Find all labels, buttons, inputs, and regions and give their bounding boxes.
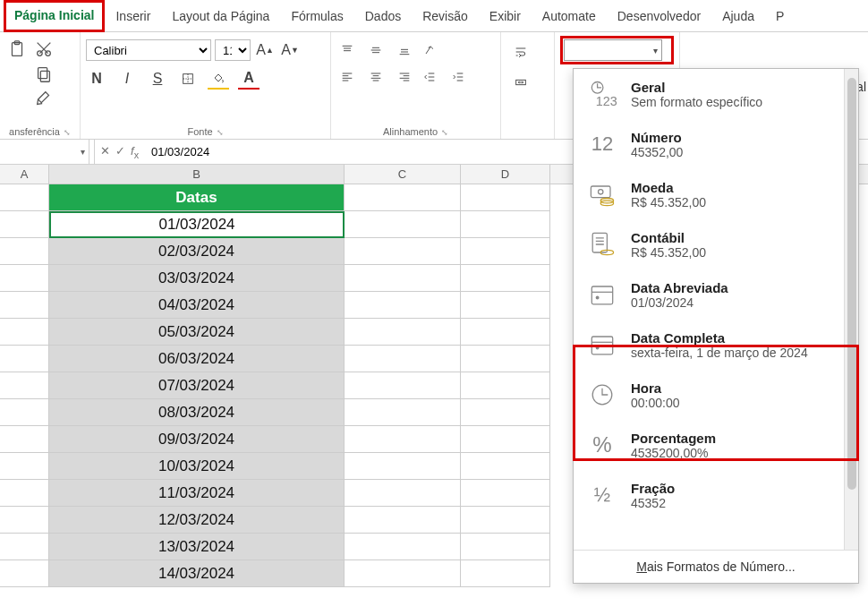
cell[interactable]	[0, 319, 49, 346]
col-header-A[interactable]: A	[0, 165, 49, 184]
table-row[interactable]: 03/03/2024	[49, 265, 345, 292]
cell[interactable]	[461, 480, 550, 507]
cell[interactable]	[461, 265, 550, 292]
cell[interactable]	[0, 426, 49, 453]
cell[interactable]	[0, 560, 49, 587]
table-row[interactable]: 11/03/2024	[49, 480, 345, 507]
format-percent[interactable]: % Porcentagem 4535200,00%	[574, 420, 858, 470]
tab-review[interactable]: Revisão	[412, 0, 479, 32]
tab-more[interactable]: P	[765, 0, 795, 32]
bold-button[interactable]: N	[86, 68, 107, 90]
align-middle-button[interactable]	[365, 39, 387, 61]
cell[interactable]	[0, 184, 49, 211]
paste-button[interactable]	[7, 39, 27, 59]
increase-indent-button[interactable]	[447, 66, 469, 88]
table-row[interactable]: 08/03/2024	[49, 399, 345, 426]
copy-button[interactable]	[34, 64, 54, 84]
table-row[interactable]: 10/03/2024	[49, 453, 345, 480]
cell[interactable]	[345, 399, 461, 426]
cell[interactable]	[461, 453, 550, 480]
format-fraction[interactable]: ½ Fração 45352	[574, 470, 858, 520]
font-color-button[interactable]: A	[238, 68, 260, 90]
cell[interactable]	[461, 534, 550, 560]
table-row[interactable]: 07/03/2024	[49, 372, 345, 399]
format-short-date[interactable]: Data Abreviada 01/03/2024	[574, 269, 858, 320]
table-row[interactable]: 01/03/2024	[49, 211, 345, 238]
decrease-indent-button[interactable]	[419, 66, 440, 88]
cell[interactable]	[0, 480, 49, 507]
table-row[interactable]: 14/03/2024	[49, 560, 345, 587]
tab-page-layout[interactable]: Layout da Página	[161, 0, 280, 32]
underline-button[interactable]: S	[147, 68, 168, 90]
fill-color-button[interactable]	[208, 68, 229, 90]
wrap-text-button[interactable]	[510, 41, 532, 63]
table-row[interactable]: 04/03/2024	[49, 292, 345, 319]
cell[interactable]	[345, 319, 461, 346]
cell[interactable]	[345, 507, 461, 534]
cell[interactable]	[0, 346, 49, 372]
cell[interactable]	[0, 399, 49, 426]
format-painter-button[interactable]	[34, 90, 54, 109]
cell[interactable]	[461, 560, 550, 587]
cell[interactable]	[0, 534, 49, 560]
cell[interactable]	[345, 184, 461, 211]
align-left-button[interactable]	[336, 66, 358, 88]
format-accounting[interactable]: Contábil R$ 45.352,00	[574, 219, 858, 269]
font-size-select[interactable]: 11	[215, 39, 251, 61]
font-name-select[interactable]: Calibri	[86, 39, 211, 61]
scrollbar-thumb[interactable]	[847, 78, 856, 490]
align-right-button[interactable]	[394, 66, 415, 88]
format-number[interactable]: 12 Número 45352,00	[574, 119, 858, 169]
cut-button[interactable]	[34, 39, 54, 59]
align-center-button[interactable]	[365, 66, 387, 88]
cell[interactable]	[345, 560, 461, 587]
tab-home[interactable]: Página Inicial	[4, 0, 105, 32]
tab-help[interactable]: Ajuda	[711, 0, 765, 32]
merge-center-button[interactable]	[510, 72, 532, 93]
decrease-font-button[interactable]: A▼	[279, 39, 301, 61]
align-top-button[interactable]	[336, 39, 358, 61]
cell[interactable]	[461, 507, 550, 534]
table-header[interactable]: Datas	[49, 184, 345, 211]
cell[interactable]	[0, 372, 49, 399]
col-header-B[interactable]: B	[49, 165, 345, 184]
cell[interactable]	[0, 238, 49, 265]
table-row[interactable]: 05/03/2024	[49, 319, 345, 346]
cell[interactable]	[345, 453, 461, 480]
cell[interactable]	[345, 292, 461, 319]
table-row[interactable]: 02/03/2024	[49, 238, 345, 265]
dropdown-scrollbar[interactable]	[844, 69, 858, 550]
cell[interactable]	[345, 372, 461, 399]
cell[interactable]	[345, 238, 461, 265]
cell[interactable]	[0, 453, 49, 480]
table-row[interactable]: 09/03/2024	[49, 426, 345, 453]
tab-developer[interactable]: Desenvolvedor	[607, 0, 711, 32]
cancel-formula-icon[interactable]: ✕	[100, 144, 110, 160]
enter-formula-icon[interactable]: ✓	[115, 144, 125, 160]
more-number-formats[interactable]: Mais Formatos de Número...	[574, 550, 858, 583]
cell[interactable]	[461, 211, 550, 238]
cell[interactable]	[461, 346, 550, 372]
cell[interactable]	[345, 534, 461, 560]
tab-automate[interactable]: Automate	[532, 0, 607, 32]
cell[interactable]	[461, 399, 550, 426]
name-box[interactable]: ▾	[0, 140, 89, 164]
cell[interactable]	[0, 507, 49, 534]
cell[interactable]	[345, 480, 461, 507]
cell[interactable]	[345, 265, 461, 292]
format-currency[interactable]: Moeda R$ 45.352,00	[574, 169, 858, 219]
fx-icon[interactable]: fx	[131, 144, 139, 160]
increase-font-button[interactable]: A▲	[254, 39, 276, 61]
col-header-C[interactable]: C	[345, 165, 461, 184]
cell[interactable]	[345, 426, 461, 453]
tab-insert[interactable]: Inserir	[105, 0, 161, 32]
align-bottom-button[interactable]	[394, 39, 415, 61]
orientation-button[interactable]	[419, 39, 440, 61]
tab-data[interactable]: Dados	[354, 0, 412, 32]
cell[interactable]	[345, 211, 461, 238]
table-row[interactable]: 06/03/2024	[49, 346, 345, 372]
format-time[interactable]: Hora 00:00:00	[574, 370, 858, 420]
format-general[interactable]: 123 Geral Sem formato específico	[574, 69, 858, 119]
cell[interactable]	[461, 319, 550, 346]
table-row[interactable]: 13/03/2024	[49, 534, 345, 560]
